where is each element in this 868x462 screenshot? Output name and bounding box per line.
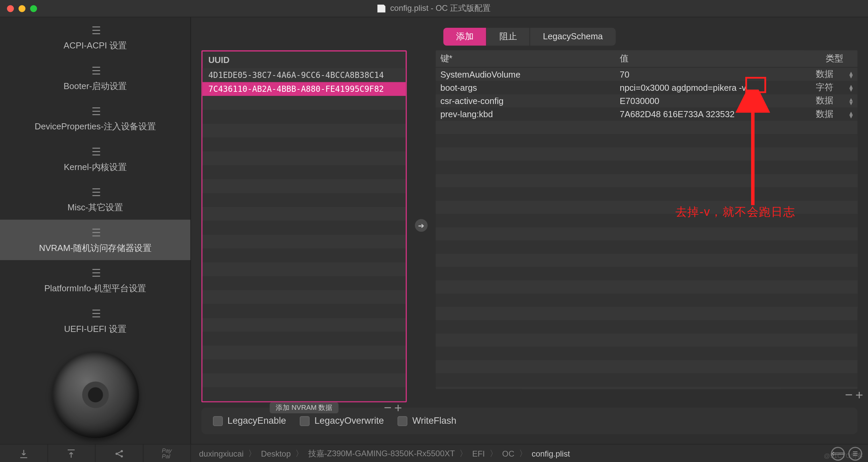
crumb[interactable]: OC [502, 449, 514, 458]
sidebar-item-acpi[interactable]: ACPI-ACPI 设置 [0, 17, 190, 58]
empty-row [436, 201, 857, 214]
empty-row [436, 161, 857, 174]
type-stepper-icon[interactable]: ▴▾ [849, 98, 853, 104]
empty-row [436, 134, 857, 147]
breadcrumb[interactable]: duxingxiucai〉 Desktop〉 技嘉-Z390M-GAMING-8… [191, 448, 831, 459]
cell-value[interactable]: npci=0x3000 agdpmod=pikera -v [615, 82, 811, 94]
tab-block[interactable]: 阻止 [487, 28, 530, 46]
crumb[interactable]: duxingxiucai [199, 449, 244, 458]
sidebar-item-deviceproperties[interactable]: DeviceProperties-注入设备设置 [0, 98, 190, 139]
empty-row [436, 387, 857, 389]
tab-legacyschema[interactable]: LegacySchema [530, 28, 616, 46]
close-icon[interactable] [7, 5, 14, 12]
empty-row [436, 320, 857, 333]
window-title: config.plist - OC 正式版配置 [0, 3, 868, 14]
remove-row-button[interactable]: − [382, 400, 393, 416]
cell-type[interactable]: 字符▴▾ [811, 81, 858, 94]
add-row-button[interactable]: + [393, 400, 403, 416]
empty-row [436, 240, 857, 254]
empty-row [202, 221, 406, 235]
footer-menu-button[interactable]: ≡ [848, 446, 862, 460]
col-header-type[interactable]: 类型 [811, 50, 858, 67]
cell-key[interactable]: csr-active-config [436, 95, 615, 107]
cell-value[interactable]: 70 [615, 68, 811, 80]
crumb[interactable]: Desktop [261, 449, 291, 458]
check-legacyoverwrite[interactable]: LegacyOverwrite [300, 416, 384, 426]
empty-row [436, 360, 857, 373]
kv-table: 键* 值 类型 SystemAudioVolume 70 数据▴▾ boot-a… [436, 50, 857, 389]
check-label: WriteFlash [412, 416, 456, 426]
type-stepper-icon[interactable]: ▴▾ [849, 71, 853, 78]
add-nvram-label[interactable]: 添加 NVRAM 数据 [270, 402, 338, 413]
type-stepper-icon[interactable]: ▴▾ [849, 84, 853, 91]
crumb-current[interactable]: config.plist [532, 449, 570, 458]
col-header-value[interactable]: 值 [615, 50, 811, 67]
empty-row [202, 332, 406, 346]
footer-export-button[interactable] [48, 444, 96, 462]
sidebar-item-label: PlatformInfo-机型平台设置 [44, 283, 146, 294]
check-label: LegacyOverwrite [314, 416, 384, 426]
checkbox-icon[interactable] [213, 416, 223, 426]
uuid-panel[interactable]: UUID 4D1EDE05-38C7-4A6A-9CC6-4BCCA8B38C1… [201, 50, 407, 402]
footer-import-button[interactable] [0, 444, 48, 462]
check-label: LegacyEnable [228, 416, 286, 426]
cell-type[interactable]: 数据▴▾ [811, 94, 858, 107]
cell-value[interactable]: 7A682D48 616E733A 323532 [615, 108, 811, 120]
table-row[interactable]: SystemAudioVolume 70 数据▴▾ [436, 68, 857, 81]
footer-back-button[interactable]: ⟸ [831, 446, 845, 460]
sidebar-item-misc[interactable]: Misc-其它设置 [0, 179, 190, 219]
table-row[interactable]: prev-lang:kbd 7A682D48 616E733A 323532 数… [436, 107, 857, 121]
sidebar-item-booter[interactable]: Booter-启动设置 [0, 58, 190, 98]
window-controls [7, 5, 37, 12]
check-legacyenable[interactable]: LegacyEnable [213, 416, 286, 426]
empty-row [202, 290, 406, 304]
cell-key[interactable]: boot-args [436, 82, 615, 94]
sidebar-item-nvram[interactable]: NVRAM-随机访问存储器设置 [0, 220, 190, 260]
sidebar: ACPI-ACPI 设置 Booter-启动设置 DevicePropertie… [0, 17, 191, 444]
cell-key[interactable]: SystemAudioVolume [436, 68, 615, 80]
table-row[interactable]: csr-active-config E7030000 数据▴▾ [436, 94, 857, 107]
sidebar-item-label: NVRAM-随机访问存储器设置 [39, 243, 151, 253]
kv-footer: − + [436, 389, 857, 401]
collapse-right-button[interactable]: ➔ [415, 219, 428, 232]
uuid-row[interactable]: 7C436110-AB2A-4BBB-A880-FE41995C9F82 [202, 82, 406, 96]
empty-row [202, 373, 406, 387]
empty-row [436, 267, 857, 280]
crumb[interactable]: EFI [472, 449, 485, 458]
list-icon [92, 226, 99, 239]
empty-row [202, 304, 406, 318]
minimize-icon[interactable] [19, 5, 25, 12]
table-row[interactable]: boot-args npci=0x3000 agdpmod=pikera -v … [436, 81, 857, 94]
crumb[interactable]: 技嘉-Z390M-GAMING-8350K-Rx5500XT [308, 448, 455, 459]
sidebar-item-label: Kernel-内核设置 [64, 162, 126, 172]
maximize-icon[interactable] [30, 5, 37, 12]
cell-type[interactable]: 数据▴▾ [811, 68, 858, 81]
remove-kv-button[interactable]: − [844, 387, 854, 403]
jog-wheel[interactable] [52, 352, 139, 438]
sidebar-item-platforminfo[interactable]: PlatformInfo-机型平台设置 [0, 260, 190, 300]
cell-value[interactable]: E7030000 [615, 95, 811, 107]
uuid-footer: 添加 NVRAM 数据 − + [201, 402, 407, 413]
empty-row [436, 254, 857, 267]
sidebar-item-uefi[interactable]: UEFI-UEFI 设置 [0, 300, 190, 341]
empty-row [436, 280, 857, 294]
check-writeflash[interactable]: WriteFlash [398, 416, 456, 426]
sidebar-item-kernel[interactable]: Kernel-内核设置 [0, 139, 190, 179]
cell-key[interactable]: prev-lang:kbd [436, 108, 615, 120]
uuid-plusminus: − + [382, 400, 403, 416]
add-kv-button[interactable]: + [854, 387, 865, 403]
col-header-key[interactable]: 键* [436, 50, 615, 67]
list-icon [92, 64, 99, 77]
titlebar: config.plist - OC 正式版配置 [0, 0, 868, 17]
checkbox-icon[interactable] [300, 416, 310, 426]
empty-row [202, 346, 406, 360]
tab-add[interactable]: 添加 [443, 28, 487, 46]
uuid-row[interactable]: 4D1EDE05-38C7-4A6A-9CC6-4BCCA8B38C14 [202, 68, 406, 82]
cell-type[interactable]: 数据▴▾ [811, 107, 858, 121]
empty-row [202, 249, 406, 262]
type-stepper-icon[interactable]: ▴▾ [849, 111, 853, 118]
empty-row [436, 334, 857, 347]
checkbox-icon[interactable] [398, 416, 408, 426]
footer-paypal-button[interactable]: Pay Pal [143, 444, 191, 462]
footer-share-button[interactable] [96, 444, 143, 462]
